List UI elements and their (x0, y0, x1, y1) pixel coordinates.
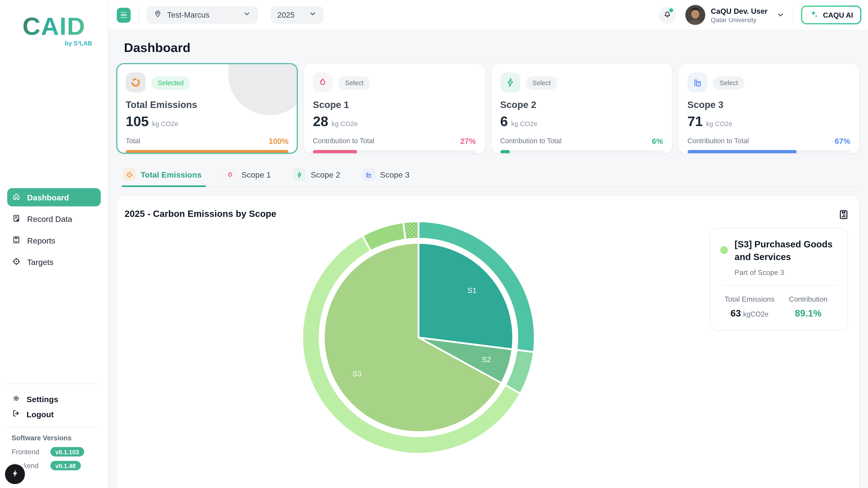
emissions-sunburst-chart[interactable]: S1S2S3 (297, 216, 540, 459)
target-icon (123, 168, 135, 181)
user-menu[interactable]: CaQU Dev. User Qatar University (711, 7, 768, 23)
progress-bar (687, 150, 850, 154)
select-badge[interactable]: Select (713, 76, 745, 90)
version-row-backend: Backend v0.1.48 (11, 461, 101, 470)
card-value: 6 (500, 113, 508, 129)
user-organization: Qatar University (711, 16, 768, 23)
card-title: Scope 3 (687, 100, 850, 111)
svg-text:S2: S2 (482, 355, 491, 364)
sidebar-item-record-data[interactable]: Record Data (7, 210, 101, 228)
organization-value: Test-Marcus (167, 11, 210, 20)
metric-label: Contribution to Total (687, 137, 749, 145)
tab-label: Scope 2 (311, 170, 340, 179)
versions-title: Software Versions (11, 434, 101, 442)
metric-percent: 27% (460, 137, 476, 145)
tab-total-emissions[interactable]: Total Emissions (123, 168, 204, 186)
metric-percent: 100% (269, 137, 289, 145)
user-name: CaQU Dev. User (711, 7, 768, 15)
dev-tools-floating-button[interactable] (5, 464, 25, 484)
stat-value: 63 (731, 308, 741, 319)
tab-scope-1[interactable]: Scope 1 (224, 168, 273, 186)
svg-text:S3: S3 (352, 369, 362, 378)
logout-link[interactable]: Logout (7, 407, 101, 422)
caqu-ai-button[interactable]: CAQU AI (801, 5, 862, 24)
card-value: 28 (313, 113, 328, 129)
selected-segment-panel: [S3] Purchased Goods and Services Part o… (710, 228, 848, 330)
topbar: Test-Marcus 2025 CaQU Dev. User Qatar Un… (108, 0, 868, 31)
metric-percent: 67% (835, 137, 850, 145)
stat-total-emissions: Total Emissions 63kgCO2e (720, 295, 779, 319)
page-title: Dashboard (124, 40, 860, 55)
save-report-icon[interactable] (837, 208, 850, 221)
menu-toggle-button[interactable] (117, 7, 131, 22)
metric-label: Total (126, 137, 141, 145)
card-scope-2[interactable]: Select Scope 2 6 kg CO2e Contribution to… (491, 63, 673, 154)
emissions-chart-card: 2025 - Carbon Emissions by Scope S1S2S3 (116, 195, 860, 488)
sparkles-icon (809, 9, 823, 21)
chevron-down-icon[interactable] (776, 11, 784, 20)
sidebar-item-targets[interactable]: Targets (7, 253, 101, 271)
sidebar-item-label: Reports (27, 236, 55, 245)
card-unit: kg CO2e (706, 120, 733, 128)
stat-contribution: Contribution 89.1% (779, 295, 838, 319)
card-unit: kg CO2e (332, 120, 358, 128)
factory-icon (687, 72, 707, 92)
card-title: Total Emissions (126, 100, 289, 111)
card-scope-1[interactable]: Select Scope 1 28 kg CO2e Contribution t… (304, 63, 485, 154)
brand-tagline: by S³LAB (15, 40, 93, 46)
card-total-emissions[interactable]: Selected Total Emissions 105 kg CO2e Tot… (116, 63, 298, 154)
brand-wordmark: CAID (15, 14, 93, 39)
legend-dot (720, 246, 728, 254)
factory-icon (362, 168, 375, 181)
logout-icon (11, 409, 26, 420)
sidebar-item-label: Dashboard (27, 193, 69, 201)
tab-label: Total Emissions (141, 170, 202, 179)
stat-unit: kgCO2e (743, 310, 769, 318)
inner-pie-slices (324, 243, 513, 432)
svg-text:S1: S1 (467, 286, 476, 295)
select-badge[interactable]: Select (338, 76, 370, 90)
segment-subtitle: Part of Scope 3 (735, 268, 838, 276)
card-title: Scope 2 (500, 100, 663, 111)
metric-percent: 6% (652, 137, 663, 145)
progress-bar (313, 150, 476, 154)
notification-dot (669, 8, 673, 12)
flame-icon (313, 72, 333, 92)
organization-select[interactable]: Test-Marcus (147, 6, 258, 24)
year-value: 2025 (277, 11, 294, 20)
sidebar-item-reports[interactable]: Reports (7, 231, 101, 250)
chevron-down-icon (243, 9, 251, 21)
avatar[interactable] (685, 5, 705, 25)
select-badge[interactable]: Select (526, 76, 557, 90)
stat-label: Contribution (779, 295, 838, 303)
location-pin-icon (153, 9, 162, 21)
divider (793, 6, 793, 23)
notifications-button[interactable] (659, 6, 676, 24)
card-value: 105 (126, 113, 149, 129)
lightning-bolt-icon (10, 468, 20, 480)
year-select[interactable]: 2025 (271, 6, 324, 24)
card-title: Scope 1 (313, 100, 476, 111)
metric-label: Contribution to Total (500, 137, 562, 145)
reports-icon (11, 235, 27, 246)
sidebar-item-label: Record Data (27, 215, 72, 223)
segment-title: [S3] Purchased Goods and Services (735, 238, 838, 263)
sidebar-nav: Dashboard Record Data Reports Targets (0, 188, 108, 274)
sidebar: CAID by S³LAB Dashboard Record Data Repo… (0, 0, 108, 488)
divider (720, 285, 837, 285)
settings-link[interactable]: Settings (7, 392, 101, 407)
tab-scope-3[interactable]: Scope 3 (362, 168, 412, 186)
version-row-frontend: Frontend v0.1.103 (11, 447, 101, 457)
progress-bar (500, 150, 663, 154)
sidebar-item-label: Targets (27, 258, 53, 266)
scope-cards: Selected Total Emissions 105 kg CO2e Tot… (116, 63, 860, 154)
tab-scope-2[interactable]: Scope 2 (293, 168, 342, 186)
record-data-icon (11, 213, 27, 224)
sidebar-item-dashboard[interactable]: Dashboard (7, 188, 101, 206)
version-badge: v0.1.48 (51, 461, 81, 470)
card-scope-3[interactable]: Select Scope 3 71 kg CO2e Contribution t… (678, 63, 860, 154)
version-label: Frontend (11, 448, 46, 455)
app-root: CAID by S³LAB Dashboard Record Data Repo… (0, 0, 868, 488)
progress-bar (126, 150, 289, 154)
flame-icon (224, 168, 237, 181)
